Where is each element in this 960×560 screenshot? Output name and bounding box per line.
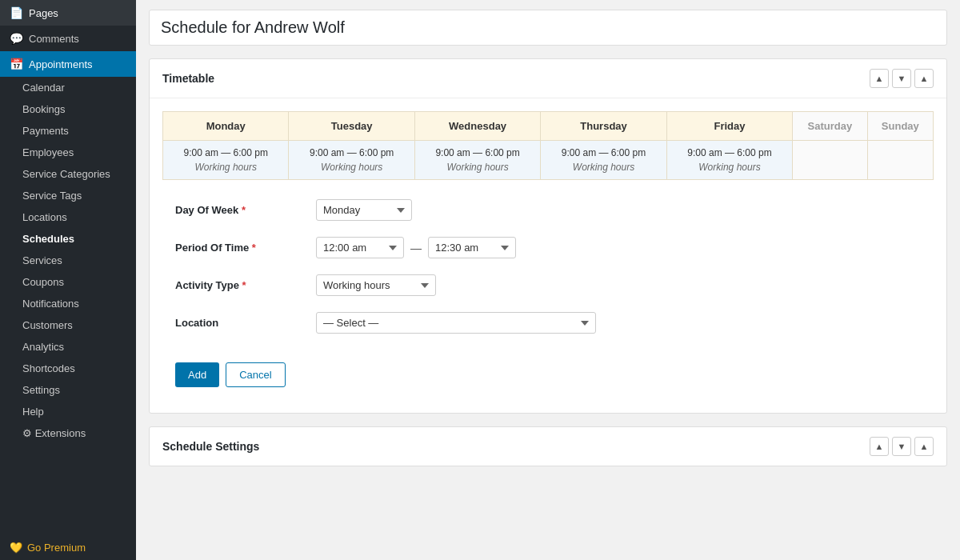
sidebar-sub-calendar[interactable]: Calendar [0,77,136,98]
monday-time: 9:00 am — 6:00 pm [170,147,282,158]
sidebar-sub-service-categories[interactable]: Service Categories [0,163,136,185]
timetable-header-monday: Monday [163,112,289,141]
sidebar-sub-service-tags[interactable]: Service Tags [0,185,136,206]
friday-label: Working hours [674,162,786,173]
activity-type-label: Activity Type * [175,279,303,291]
cancel-button[interactable]: Cancel [226,362,285,387]
activity-type-row: Activity Type * Working hours Break Day … [175,274,921,296]
sidebar-sub-coupons[interactable]: Coupons [0,271,136,293]
activity-type-controls: Working hours Break Day off [316,274,436,296]
sidebar-sub-customers[interactable]: Customers [0,314,136,336]
timetable-collapse-down-btn[interactable]: ▼ [892,69,911,88]
location-row: Location — Select — [175,312,921,334]
location-label: Location [175,317,303,329]
period-of-time-controls: 12:00 am 12:30 am 1:00 am — 12:30 am 1:0… [316,237,516,258]
schedule-settings-header: Schedule Settings ▲ ▼ ▲ [150,427,946,466]
timetable-table: Monday Tuesday Wednesday Thursday Friday… [162,111,934,180]
day-of-week-controls: Monday Tuesday Wednesday Thursday Friday… [316,199,412,221]
monday-label: Working hours [170,162,282,173]
settings-collapse-up-btn[interactable]: ▲ [870,437,889,456]
timetable-toggle-btn[interactable]: ▲ [914,69,934,88]
timetable-panel-controls: ▲ ▼ ▲ [870,69,934,88]
period-of-time-label: Period Of Time * [175,242,303,254]
wednesday-label: Working hours [422,162,534,173]
schedule-settings-panel: Schedule Settings ▲ ▼ ▲ [149,426,947,466]
day-of-week-row: Day Of Week * Monday Tuesday Wednesday T… [175,199,921,221]
sidebar-sub-schedules[interactable]: Schedules [0,228,136,250]
sidebar-sub-settings[interactable]: Settings [0,379,136,401]
sidebar-item-pages[interactable]: 📄 Pages [0,0,136,26]
timetable-header-thursday: Thursday [541,112,666,141]
sidebar: 📄 Pages 💬 Comments 📅 Appointments Calend… [0,0,136,560]
timetable-cell-wednesday: 9:00 am — 6:00 pm Working hours [414,141,540,180]
sidebar-sub-shortcodes[interactable]: Shortcodes [0,358,136,379]
time-start-select[interactable]: 12:00 am 12:30 am 1:00 am [316,237,404,258]
timetable-panel-header: Timetable ▲ ▼ ▲ [150,59,946,98]
day-of-week-label: Day Of Week * [175,204,303,216]
timetable-cell-monday: 9:00 am — 6:00 pm Working hours [163,141,289,180]
comments-icon: 💬 [10,32,22,45]
timetable-collapse-up-btn[interactable]: ▲ [870,69,889,88]
timetable-cell-friday: 9:00 am — 6:00 pm Working hours [666,141,792,180]
timetable-cell-thursday: 9:00 am — 6:00 pm Working hours [541,141,666,180]
timetable-header-wednesday: Wednesday [414,112,540,141]
extensions-icon: ⚙ [22,427,32,439]
sidebar-sub-locations[interactable]: Locations [0,206,136,228]
sidebar-sub-payments[interactable]: Payments [0,120,136,142]
tuesday-label: Working hours [295,162,407,173]
timetable-title: Timetable [162,72,214,85]
sidebar-sub-analytics[interactable]: Analytics [0,336,136,358]
table-row: 9:00 am — 6:00 pm Working hours 9:00 am … [163,141,934,180]
timetable-cell-tuesday: 9:00 am — 6:00 pm Working hours [289,141,414,180]
thursday-label: Working hours [547,162,659,173]
sidebar-sub-help[interactable]: Help [0,401,136,422]
sidebar-sub-bookings[interactable]: Bookings [0,98,136,120]
schedule-form: Day Of Week * Monday Tuesday Wednesday T… [162,186,934,362]
timetable-header-saturday: Saturday [793,112,867,141]
time-separator: — [410,242,422,254]
timetable-cell-sunday [867,141,933,180]
timetable-header-friday: Friday [666,112,792,141]
sidebar-item-appointments[interactable]: 📅 Appointments [0,51,136,77]
settings-toggle-btn[interactable]: ▲ [914,437,934,456]
location-controls: — Select — [316,312,596,334]
location-select[interactable]: — Select — [316,312,596,334]
wednesday-time: 9:00 am — 6:00 pm [422,147,534,158]
period-of-time-row: Period Of Time * 12:00 am 12:30 am 1:00 … [175,237,921,258]
main-content: Schedule for Andrew Wolf Timetable ▲ ▼ ▲… [136,0,960,560]
timetable-header-tuesday: Tuesday [289,112,414,141]
add-button[interactable]: Add [175,362,219,387]
timetable-header-sunday: Sunday [867,112,933,141]
pages-icon: 📄 [10,6,22,19]
activity-type-select[interactable]: Working hours Break Day off [316,274,436,296]
timetable-panel: Timetable ▲ ▼ ▲ Monday Tuesday Wednesday… [149,58,947,414]
sidebar-item-comments[interactable]: 💬 Comments [0,26,136,51]
day-of-week-select[interactable]: Monday Tuesday Wednesday Thursday Friday… [316,199,412,221]
tuesday-time: 9:00 am — 6:00 pm [295,147,407,158]
settings-collapse-down-btn[interactable]: ▼ [892,437,911,456]
schedule-settings-title: Schedule Settings [162,440,259,453]
sidebar-sub-employees[interactable]: Employees [0,142,136,163]
sidebar-sub-extensions[interactable]: ⚙ Extensions [0,422,136,444]
thursday-time: 9:00 am — 6:00 pm [547,147,659,158]
time-end-select[interactable]: 12:30 am 1:00 am 1:30 am [428,237,516,258]
friday-time: 9:00 am — 6:00 pm [674,147,786,158]
timetable-cell-saturday [793,141,867,180]
settings-panel-controls: ▲ ▼ ▲ [870,437,934,456]
timetable-body: Monday Tuesday Wednesday Thursday Friday… [150,98,946,413]
premium-icon: 💛 [10,542,22,554]
sidebar-sub-services[interactable]: Services [0,250,136,271]
form-buttons: Add Cancel [162,362,934,400]
appointments-icon: 📅 [10,58,22,70]
sidebar-sub-notifications[interactable]: Notifications [0,293,136,314]
go-premium-button[interactable]: 💛 Go Premium [0,535,136,560]
page-title: Schedule for Andrew Wolf [149,10,947,46]
